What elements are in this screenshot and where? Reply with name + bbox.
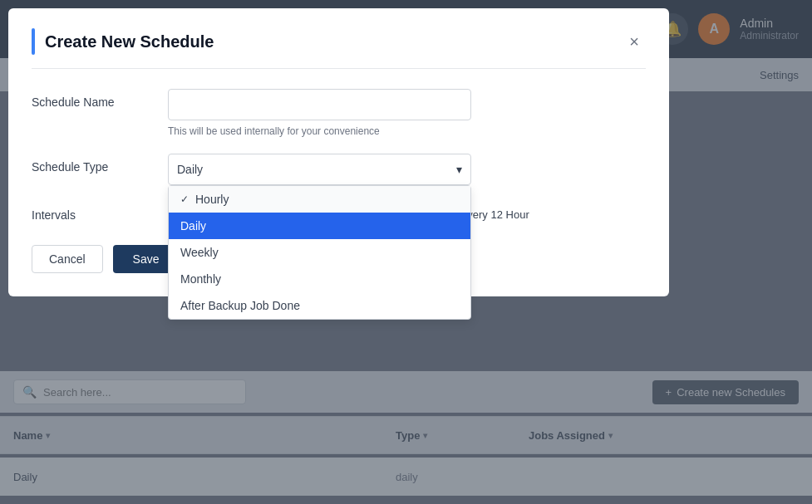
modal-header: Create New Schedule × bbox=[32, 28, 646, 69]
option-daily-label: Daily bbox=[180, 219, 206, 232]
dropdown-selected-value: Daily bbox=[177, 163, 203, 176]
dropdown-option-monthly[interactable]: Monthly bbox=[169, 266, 470, 292]
schedule-type-label: Schedule Type bbox=[32, 154, 148, 174]
schedule-name-row: Schedule Name This will be used internal… bbox=[32, 89, 646, 137]
option-monthly-label: Monthly bbox=[180, 272, 221, 286]
schedule-type-dropdown[interactable]: Daily ▾ ✓ Hourly Daily Weekly Month bbox=[168, 154, 471, 185]
schedule-name-label: Schedule Name bbox=[32, 89, 148, 109]
dropdown-option-weekly[interactable]: Weekly bbox=[169, 239, 470, 266]
option-hourly-label: Hourly bbox=[195, 193, 229, 206]
dropdown-menu: ✓ Hourly Daily Weekly Monthly After Back… bbox=[168, 185, 471, 320]
chevron-down-icon: ▾ bbox=[456, 163, 462, 176]
dropdown-trigger[interactable]: Daily ▾ bbox=[168, 154, 471, 185]
create-schedule-modal: Create New Schedule × Schedule Name This… bbox=[8, 8, 669, 296]
schedule-type-field-wrapper: Daily ▾ ✓ Hourly Daily Weekly Month bbox=[168, 154, 646, 185]
check-icon: ✓ bbox=[180, 193, 189, 205]
option-weekly-label: Weekly bbox=[180, 246, 219, 259]
dropdown-option-hourly[interactable]: ✓ Hourly bbox=[169, 186, 470, 213]
dropdown-option-daily[interactable]: Daily bbox=[169, 213, 470, 239]
cancel-button[interactable]: Cancel bbox=[32, 245, 103, 273]
modal-title: Create New Schedule bbox=[45, 32, 214, 51]
option-after-backup-label: After Backup Job Done bbox=[180, 299, 300, 312]
modal-accent-bar bbox=[32, 28, 35, 55]
intervals-label: Intervals bbox=[32, 202, 148, 222]
schedule-name-input[interactable] bbox=[168, 89, 471, 120]
modal-close-button[interactable]: × bbox=[623, 30, 646, 53]
dropdown-option-after-backup[interactable]: After Backup Job Done bbox=[169, 292, 470, 319]
schedule-name-hint: This will be used internally for your co… bbox=[168, 125, 646, 137]
schedule-type-row: Schedule Type Daily ▾ ✓ Hourly Daily W bbox=[32, 154, 646, 185]
modal-title-wrapper: Create New Schedule bbox=[32, 28, 214, 55]
schedule-name-field-wrapper: This will be used internally for your co… bbox=[168, 89, 646, 137]
